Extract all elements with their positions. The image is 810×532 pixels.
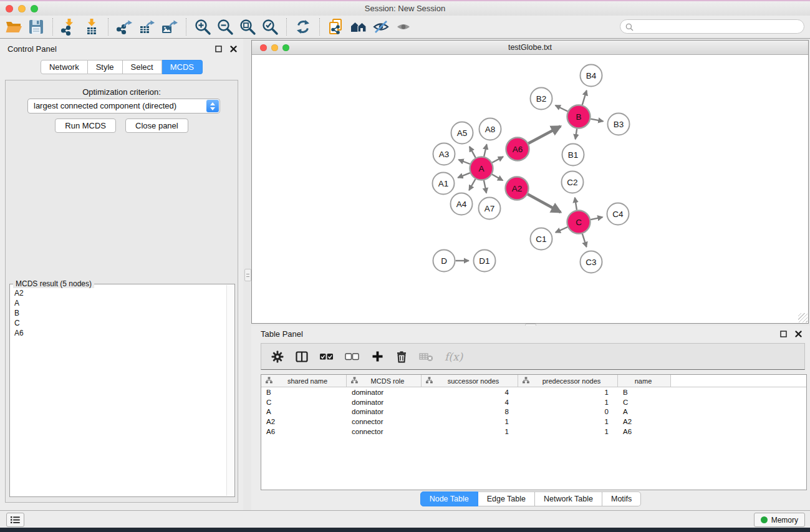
table-cell-shared-name[interactable]: B (261, 389, 347, 396)
tab-network[interactable]: Network (41, 60, 88, 74)
graph-node-C2[interactable]: C2 (562, 172, 584, 193)
graph-edge-A-A7[interactable] (484, 180, 486, 193)
delete-icon[interactable] (395, 349, 408, 365)
graph-node-C1[interactable]: C1 (531, 228, 552, 250)
import-table-icon[interactable] (80, 17, 103, 37)
network-from-selection-icon[interactable] (325, 17, 347, 37)
table-cell-MCDS-role[interactable]: connector (347, 418, 422, 425)
table-cell-successor-nodes[interactable]: 4 (422, 399, 518, 406)
show-all-icon[interactable] (392, 17, 415, 37)
graph-node-B4[interactable]: B4 (581, 65, 602, 87)
column-header-MCDS-role[interactable]: MCDS role (347, 375, 422, 387)
graph-node-B2[interactable]: B2 (531, 88, 552, 110)
tab-style[interactable]: Style (88, 60, 123, 74)
table-cell-shared-name[interactable]: C (261, 399, 347, 406)
optimization-criterion-select[interactable]: largest connected component (directed) (27, 99, 220, 114)
open-icon[interactable] (2, 17, 25, 37)
first-neighbors-icon[interactable] (347, 17, 370, 37)
zoom-selected-icon[interactable] (259, 17, 281, 37)
graph-node-A5[interactable]: A5 (451, 122, 473, 144)
table-cell-name[interactable]: A6 (618, 428, 671, 435)
columns-icon[interactable] (295, 349, 309, 365)
table-cell-shared-name[interactable]: A (261, 408, 347, 415)
vertical-splitter-handle[interactable] (244, 269, 251, 281)
tab-select[interactable]: Select (123, 60, 162, 74)
table-cell-name[interactable]: A (618, 408, 671, 415)
save-icon[interactable] (25, 17, 47, 37)
graph-edge-A-A1[interactable] (458, 173, 470, 178)
mcds-result-item[interactable]: B (14, 308, 226, 318)
export-image-icon[interactable] (158, 17, 181, 37)
graph-node-A2[interactable]: A2 (506, 177, 529, 200)
select-all-icon[interactable] (319, 349, 334, 365)
graph-edge-B-B1[interactable] (576, 128, 577, 139)
export-network-icon[interactable] (113, 17, 136, 37)
table-row[interactable]: Cdominator41C (261, 397, 806, 407)
table-cell-successor-nodes[interactable]: 1 (422, 418, 518, 425)
table-cell-successor-nodes[interactable]: 1 (422, 428, 518, 435)
import-network-icon[interactable] (58, 17, 80, 37)
table-row[interactable]: Bdominator41B (261, 387, 806, 397)
mcds-result-item[interactable]: A6 (14, 328, 226, 338)
close-panel-icon[interactable] (229, 44, 238, 53)
graph-edge-A6-B[interactable] (528, 126, 561, 143)
graph-edge-B-B4[interactable] (582, 90, 587, 105)
float-panel-icon[interactable] (779, 329, 788, 338)
graph-edge-B-B3[interactable] (591, 119, 603, 122)
graph-edge-A-A2[interactable] (492, 175, 503, 181)
graph-node-C[interactable]: C (567, 211, 591, 234)
table-cell-predecessor-nodes[interactable]: 1 (518, 389, 618, 396)
graph-edge-C-C3[interactable] (582, 234, 587, 247)
graph-edge-C-C1[interactable] (556, 227, 567, 233)
table-row[interactable]: Adominator80A (261, 407, 806, 417)
graph-node-A3[interactable]: A3 (433, 143, 455, 165)
graph-edge-A-A8[interactable] (484, 145, 486, 157)
column-header-shared-name[interactable]: shared name (261, 375, 347, 387)
mcds-result-item[interactable]: C (14, 318, 226, 328)
tab-edge-table[interactable]: Edge Table (478, 491, 535, 506)
deselect-all-icon[interactable] (345, 349, 360, 365)
tab-node-table[interactable]: Node Table (420, 491, 478, 506)
zoom-in-icon[interactable] (191, 17, 214, 37)
graph-node-B[interactable]: B (567, 105, 591, 128)
column-header-name[interactable]: name (618, 375, 671, 387)
graph-node-A8[interactable]: A8 (480, 118, 501, 140)
table-cell-successor-nodes[interactable]: 4 (422, 389, 518, 396)
graph-edge-A-A6[interactable] (492, 157, 503, 162)
run-mcds-button[interactable]: Run MCDS (55, 118, 116, 133)
table-cell-predecessor-nodes[interactable]: 1 (518, 399, 618, 406)
table-row[interactable]: A2connector11A2 (261, 417, 806, 427)
table-cell-shared-name[interactable]: A2 (261, 418, 347, 425)
table-cell-successor-nodes[interactable]: 8 (422, 408, 518, 415)
memory-button[interactable]: Memory (754, 513, 805, 527)
tab-motifs[interactable]: Motifs (602, 491, 641, 506)
table-cell-MCDS-role[interactable]: dominator (347, 389, 422, 396)
task-history-button[interactable] (6, 513, 24, 527)
table-cell-name[interactable]: A2 (618, 418, 671, 425)
graph-node-A[interactable]: A (470, 157, 493, 180)
graph-node-A4[interactable]: A4 (451, 193, 473, 215)
table-cell-predecessor-nodes[interactable]: 0 (518, 408, 618, 415)
zoom-out-icon[interactable] (214, 17, 236, 37)
table-cell-name[interactable]: C (618, 399, 671, 406)
column-header-successor-nodes[interactable]: successor nodes (422, 375, 518, 387)
network-canvas[interactable]: B4B2BB3A8A5A6A3B1AC2A1A2A4A7C4CC1C3DD1 (252, 55, 808, 323)
graph-node-D[interactable]: D (433, 250, 455, 272)
refresh-icon[interactable] (292, 17, 314, 37)
tab-mcds[interactable]: MCDS (162, 60, 203, 74)
graph-node-A7[interactable]: A7 (479, 198, 501, 220)
graph-edge-A-A4[interactable] (469, 179, 475, 190)
graph-node-B1[interactable]: B1 (562, 144, 584, 166)
export-table-icon[interactable] (136, 17, 158, 37)
graph-edge-C-C4[interactable] (591, 217, 602, 220)
close-panel-button[interactable]: Close panel (125, 118, 188, 133)
zoom-fit-icon[interactable] (236, 17, 259, 37)
table-row[interactable]: A6connector11A6 (261, 427, 806, 437)
float-panel-icon[interactable] (214, 44, 223, 53)
graph-node-B3[interactable]: B3 (608, 114, 630, 135)
graph-node-A1[interactable]: A1 (433, 173, 455, 195)
table-cell-MCDS-role[interactable]: dominator (347, 399, 422, 406)
result-scrollbar[interactable] (226, 285, 234, 496)
graph-edge-A-A3[interactable] (459, 160, 470, 164)
graph-node-A6[interactable]: A6 (506, 138, 529, 161)
